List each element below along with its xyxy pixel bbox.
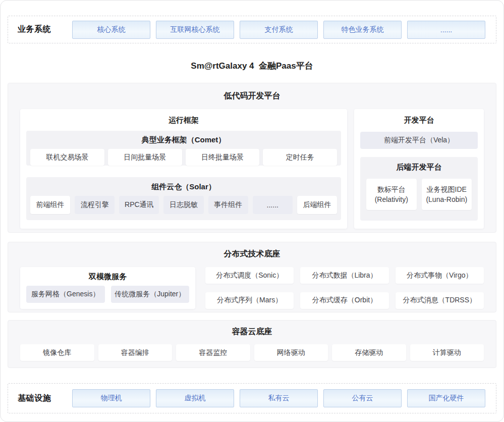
distributed-item-orbit: 分布式缓存（Orbit） <box>300 292 388 309</box>
infrastructure-domestic-hardware: 国产化硬件 <box>407 389 485 407</box>
container-item-compute-driver: 计算驱动 <box>410 344 484 361</box>
distributed-base-section: 分布式技术底座 双模微服务 服务网格（Genesis） 传统微服务（Jupite… <box>8 242 496 312</box>
infrastructure-virtual-machine: 虚拟机 <box>156 389 234 407</box>
distributed-item-sonic: 分布式调度（Sonic） <box>205 267 294 284</box>
business-system-core: 核心系统 <box>72 21 150 39</box>
dual-mode-chip-genesis: 服务网格（Genesis） <box>26 286 105 303</box>
container-item-orchestration: 容器编排 <box>98 344 173 361</box>
comet-item-online-trade: 联机交易场景 <box>30 149 104 166</box>
platform-title: Sm@rtGalaxy 4 金融Paas平台 <box>1 60 503 71</box>
container-item-network-driver: 网络驱动 <box>254 344 328 361</box>
container-items-row: 镜像仓库 容器编排 容器监控 网络驱动 存储驱动 计算驱动 <box>8 337 496 361</box>
dual-mode-chip-jupiter: 传统微服务（Jupiter） <box>111 286 190 303</box>
distributed-item-virgo: 分布式事物（Virgo） <box>396 267 484 284</box>
business-systems-boxes: 核心系统 互联网核心系统 支付系统 特色业务系统 ...... <box>72 21 485 39</box>
solar-item-backend-component: 后端组件 <box>297 196 337 214</box>
solar-item-frontend-component: 前端组件 <box>30 196 70 214</box>
solar-chip-event-component: 事件组件 <box>208 196 248 214</box>
dual-mode-microservice-title: 双模微服务 <box>20 267 195 281</box>
runtime-framework-title: 运行框架 <box>20 109 347 125</box>
distributed-item-mars: 分布式序列（Mars） <box>205 292 294 309</box>
dev-platform-title: 开发平台 <box>354 109 484 125</box>
comet-framework-card: 典型业务框架（Comet） 联机交易场景 日间批量场景 日终批量场景 定时任务 <box>26 131 341 166</box>
container-item-image-repo: 镜像仓库 <box>20 344 94 361</box>
solar-items-row: 前端组件 流程引擎 RPC通讯 日志脱敏 事件组件 ...... 后端组件 <box>30 196 337 214</box>
business-systems-bar: 业务系统 核心系统 互联网核心系统 支付系统 特色业务系统 ...... <box>8 16 496 43</box>
comet-framework-title: 典型业务框架（Comet） <box>26 131 341 145</box>
frontend-dev-platform-vela: 前端开发平台（Vela） <box>360 132 478 149</box>
backend-item-relativity-code: (Relativity) <box>375 194 408 204</box>
architecture-diagram: 业务系统 核心系统 互联网核心系统 支付系统 特色业务系统 ...... Sm@… <box>0 0 504 422</box>
container-base-title: 容器云底座 <box>8 321 496 337</box>
backend-item-luna-robin: 业务视图IDE (Luna-Robin) <box>422 179 472 210</box>
solar-chip-rpc: RPC通讯 <box>119 196 159 214</box>
comet-item-daytime-batch: 日间批量场景 <box>108 149 182 166</box>
backend-item-relativity: 数标平台 (Relativity) <box>366 179 417 210</box>
dual-mode-microservice-card: 双模微服务 服务网格（Genesis） 传统微服务（Jupiter） <box>20 267 195 309</box>
infrastructure-public-cloud: 公有云 <box>323 389 402 407</box>
distributed-item-libra: 分布式数据（Libra） <box>300 267 388 284</box>
comet-item-scheduled-task: 定时任务 <box>263 149 337 166</box>
solar-component-card: 组件云仓（Solar） 前端组件 流程引擎 RPC通讯 日志脱敏 事件组件 ..… <box>26 177 341 220</box>
backend-item-relativity-name: 数标平台 <box>377 184 406 194</box>
backend-item-luna-robin-name: 业务视图IDE <box>427 184 467 194</box>
distributed-base-title: 分布式技术底座 <box>8 242 496 259</box>
comet-item-endofday-batch: 日终批量场景 <box>186 149 260 166</box>
infrastructure-physical-machine: 物理机 <box>72 389 150 407</box>
distributed-base-body: 双模微服务 服务网格（Genesis） 传统微服务（Jupiter） 分布式调度… <box>8 259 496 309</box>
container-base-section: 容器云底座 镜像仓库 容器编排 容器监控 网络驱动 存储驱动 计算驱动 <box>8 320 496 368</box>
backend-dev-platform-card: 后端开发平台 数标平台 (Relativity) 业务视图IDE (Luna-R… <box>360 157 478 221</box>
infrastructure-boxes: 物理机 虚拟机 私有云 公有云 国产化硬件 <box>72 389 485 407</box>
lowcode-platform-body: 运行框架 典型业务框架（Comet） 联机交易场景 日间批量场景 日终批量场景 … <box>8 101 496 229</box>
container-item-storage-driver: 存储驱动 <box>332 344 406 361</box>
lowcode-platform-title: 低代码开发平台 <box>8 83 496 101</box>
comet-items-row: 联机交易场景 日间批量场景 日终批量场景 定时任务 <box>30 149 337 166</box>
runtime-framework-card: 运行框架 典型业务框架（Comet） 联机交易场景 日间批量场景 日终批量场景 … <box>20 109 347 229</box>
distributed-item-tdrss: 分布式消息（TDRSS） <box>396 292 484 309</box>
distributed-items-grid: 分布式调度（Sonic） 分布式数据（Libra） 分布式事物（Virgo） 分… <box>205 267 484 309</box>
backend-dev-items-row: 数标平台 (Relativity) 业务视图IDE (Luna-Robin) <box>366 179 472 210</box>
infrastructure-bar: 基础设施 物理机 虚拟机 私有云 公有云 国产化硬件 <box>8 383 496 413</box>
business-system-more: ...... <box>407 21 485 39</box>
business-system-internet-core: 互联网核心系统 <box>156 21 234 39</box>
business-systems-label: 业务系统 <box>18 24 72 35</box>
dual-mode-chips-row: 服务网格（Genesis） 传统微服务（Jupiter） <box>26 286 189 303</box>
solar-component-title: 组件云仓（Solar） <box>26 177 341 192</box>
backend-item-luna-robin-code: (Luna-Robin) <box>426 194 467 204</box>
container-item-monitoring: 容器监控 <box>176 344 250 361</box>
lowcode-platform-section: 低代码开发平台 运行框架 典型业务框架（Comet） 联机交易场景 日间批量场景… <box>8 83 496 233</box>
business-system-special: 特色业务系统 <box>323 21 402 39</box>
solar-chip-process-engine: 流程引擎 <box>75 196 115 214</box>
business-system-payment: 支付系统 <box>240 21 318 39</box>
solar-chip-log-masking: 日志脱敏 <box>163 196 203 214</box>
dev-platform-card: 开发平台 前端开发平台（Vela） 后端开发平台 数标平台 (Relativit… <box>354 109 484 229</box>
infrastructure-label: 基础设施 <box>18 393 72 404</box>
infrastructure-private-cloud: 私有云 <box>240 389 318 407</box>
solar-chip-more: ...... <box>253 196 293 214</box>
backend-dev-platform-title: 后端开发平台 <box>360 157 478 172</box>
